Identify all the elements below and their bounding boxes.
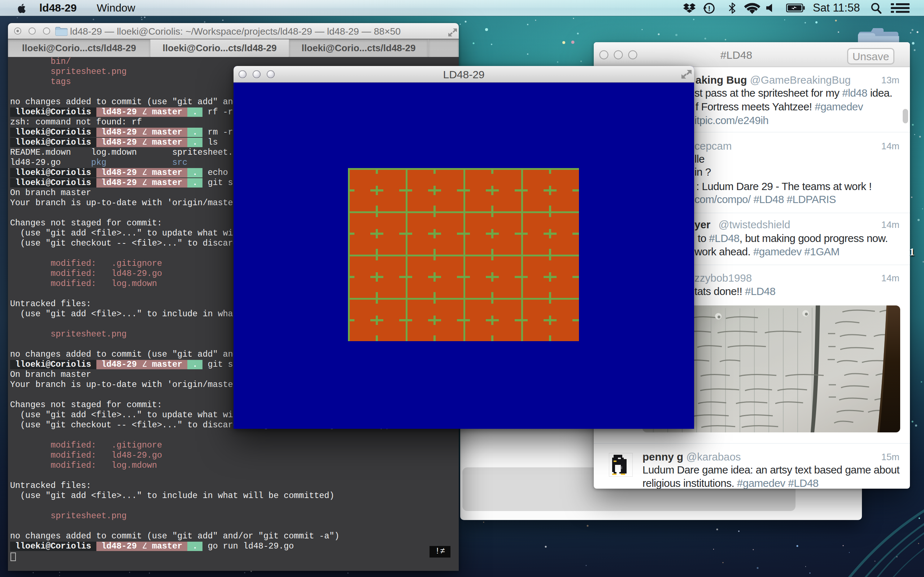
- svg-text:!: !: [708, 4, 711, 13]
